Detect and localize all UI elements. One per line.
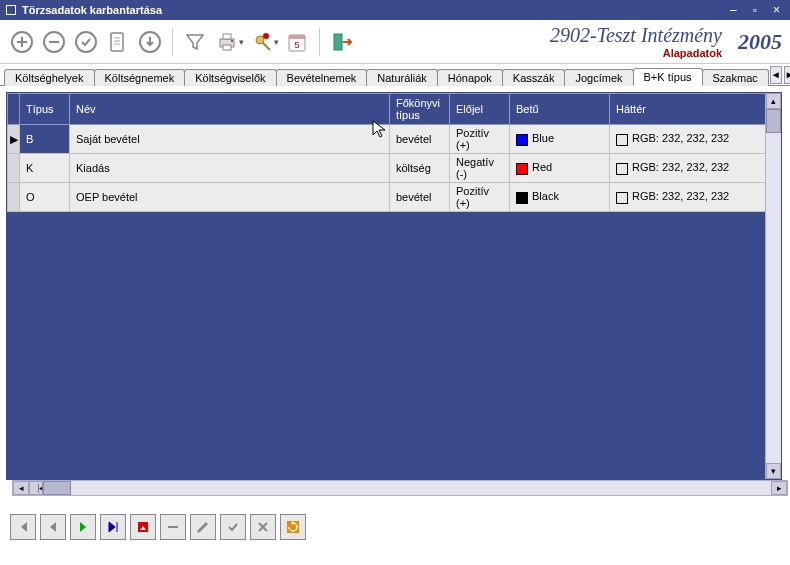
scroll-left-icon[interactable]: ◂ bbox=[13, 481, 29, 495]
scroll-up-icon[interactable]: ▴ bbox=[766, 93, 781, 109]
print-button[interactable] bbox=[213, 28, 241, 56]
col-hatter[interactable]: Háttér bbox=[610, 94, 767, 125]
window-title: Törzsadatok karbantartása bbox=[22, 4, 162, 16]
cell-betu[interactable]: Blue bbox=[510, 125, 610, 154]
nav-next-button[interactable] bbox=[70, 514, 96, 540]
svg-rect-14 bbox=[334, 34, 342, 50]
maximize-button[interactable]: ▫ bbox=[749, 3, 761, 17]
tab-koltsegviselok[interactable]: Költségviselők bbox=[184, 69, 276, 86]
scroll-jump-icon[interactable]: ⎹◂ bbox=[29, 481, 43, 495]
cell-tipus[interactable]: O bbox=[20, 183, 70, 212]
tab-jogcimek[interactable]: Jogcímek bbox=[564, 69, 633, 86]
horizontal-scrollbar[interactable]: ◂ ⎹◂ ▸ bbox=[12, 480, 788, 496]
org-subtitle: Alapadatok bbox=[550, 47, 722, 59]
tab-szakmac[interactable]: Szakmac bbox=[702, 69, 769, 86]
print-dropdown-icon[interactable]: ▾ bbox=[239, 37, 244, 47]
nav-prev-button[interactable] bbox=[40, 514, 66, 540]
color-swatch bbox=[516, 134, 528, 146]
col-nev[interactable]: Név bbox=[70, 94, 390, 125]
nav-cancel-button[interactable] bbox=[250, 514, 276, 540]
filter-button[interactable] bbox=[181, 28, 209, 56]
nav-refresh-button[interactable] bbox=[280, 514, 306, 540]
tab-honapok[interactable]: Hónapok bbox=[437, 69, 503, 86]
col-betu[interactable]: Betű bbox=[510, 94, 610, 125]
cell-nev[interactable]: Kiadás bbox=[70, 154, 390, 183]
color-swatch bbox=[516, 163, 528, 175]
cell-elojel[interactable]: Pozitív (+) bbox=[450, 125, 510, 154]
org-block: 2902-Teszt Intézmény Alapadatok bbox=[550, 24, 722, 59]
svg-rect-7 bbox=[223, 45, 231, 50]
tab-bevetelnemek[interactable]: Bevételnemek bbox=[276, 69, 368, 86]
tab-scroll-right[interactable]: ► bbox=[784, 66, 790, 84]
col-elojel[interactable]: Előjel bbox=[450, 94, 510, 125]
document-button[interactable] bbox=[104, 28, 132, 56]
tab-strip: Költséghelyek Költségnemek Költségviselő… bbox=[0, 64, 790, 86]
nav-edit-button[interactable] bbox=[190, 514, 216, 540]
nav-first-button[interactable] bbox=[10, 514, 36, 540]
svg-point-8 bbox=[231, 40, 233, 42]
org-name: 2902-Teszt Intézmény bbox=[550, 24, 722, 47]
table-row[interactable]: OOEP bevételbevételPozitív (+)BlackRGB: … bbox=[8, 183, 767, 212]
tab-koltsegnemek[interactable]: Költségnemek bbox=[94, 69, 186, 86]
color-swatch bbox=[616, 192, 628, 204]
color-swatch bbox=[616, 163, 628, 175]
nav-last-button[interactable] bbox=[100, 514, 126, 540]
cell-fokonyv[interactable]: bevétel bbox=[390, 125, 450, 154]
close-button[interactable]: × bbox=[769, 3, 784, 17]
cell-tipus[interactable]: B bbox=[20, 125, 70, 154]
cell-tipus[interactable]: K bbox=[20, 154, 70, 183]
confirm-button[interactable] bbox=[72, 28, 100, 56]
cell-betu[interactable]: Black bbox=[510, 183, 610, 212]
scroll-down-icon[interactable]: ▾ bbox=[766, 463, 781, 479]
svg-point-9 bbox=[256, 36, 264, 44]
hscroll-thumb[interactable] bbox=[43, 481, 71, 495]
svg-rect-12 bbox=[289, 35, 305, 39]
scroll-thumb[interactable] bbox=[766, 109, 781, 133]
svg-text:5: 5 bbox=[294, 40, 299, 50]
tab-bk-tipus[interactable]: B+K típus bbox=[633, 68, 703, 86]
tools-button[interactable] bbox=[248, 28, 276, 56]
nav-insert-button[interactable] bbox=[130, 514, 156, 540]
row-indicator bbox=[8, 154, 20, 183]
cell-fokonyv[interactable]: bevétel bbox=[390, 183, 450, 212]
cell-elojel[interactable]: Negatív (-) bbox=[450, 154, 510, 183]
title-bar: Törzsadatok karbantartása – ▫ × bbox=[0, 0, 790, 20]
svg-point-2 bbox=[76, 32, 96, 52]
calendar-button[interactable]: 5 bbox=[283, 28, 311, 56]
nav-delete-button[interactable] bbox=[160, 514, 186, 540]
color-swatch bbox=[516, 192, 528, 204]
year-label: 2005 bbox=[738, 29, 782, 55]
col-tipus[interactable]: Típus bbox=[20, 94, 70, 125]
minimize-button[interactable]: – bbox=[726, 3, 741, 17]
toolbar: ▾ ▾ 5 2902-Teszt Intézmény Alapadatok 20… bbox=[0, 20, 790, 64]
cell-betu[interactable]: Red bbox=[510, 154, 610, 183]
cell-hatter[interactable]: RGB: 232, 232, 232 bbox=[610, 125, 767, 154]
cell-nev[interactable]: Saját bevétel bbox=[70, 125, 390, 154]
color-swatch bbox=[616, 134, 628, 146]
cell-nev[interactable]: OEP bevétel bbox=[70, 183, 390, 212]
row-indicator: ▶ bbox=[8, 125, 20, 154]
svg-rect-16 bbox=[168, 526, 178, 528]
data-grid[interactable]: Típus Név Főkönyvi típus Előjel Betű Hát… bbox=[6, 92, 782, 480]
table-row[interactable]: KKiadásköltségNegatív (-)RedRGB: 232, 23… bbox=[8, 154, 767, 183]
col-fokonyv[interactable]: Főkönyvi típus bbox=[390, 94, 450, 125]
svg-rect-3 bbox=[111, 33, 123, 51]
tab-kasszak[interactable]: Kasszák bbox=[502, 69, 566, 86]
cell-hatter[interactable]: RGB: 232, 232, 232 bbox=[610, 154, 767, 183]
nav-post-button[interactable] bbox=[220, 514, 246, 540]
tools-dropdown-icon[interactable]: ▾ bbox=[274, 37, 279, 47]
download-button[interactable] bbox=[136, 28, 164, 56]
cell-fokonyv[interactable]: költség bbox=[390, 154, 450, 183]
table-row[interactable]: ▶BSaját bevételbevételPozitív (+)BlueRGB… bbox=[8, 125, 767, 154]
exit-button[interactable] bbox=[328, 28, 356, 56]
cell-hatter[interactable]: RGB: 232, 232, 232 bbox=[610, 183, 767, 212]
cell-elojel[interactable]: Pozitív (+) bbox=[450, 183, 510, 212]
tab-koltseghelyek[interactable]: Költséghelyek bbox=[4, 69, 95, 86]
tab-naturaliak[interactable]: Naturáliák bbox=[366, 69, 438, 86]
remove-button[interactable] bbox=[40, 28, 68, 56]
tab-scroll-left[interactable]: ◄ bbox=[770, 66, 782, 84]
vertical-scrollbar[interactable]: ▴ ▾ bbox=[765, 93, 781, 479]
scroll-right-icon[interactable]: ▸ bbox=[771, 481, 787, 495]
svg-rect-6 bbox=[223, 34, 231, 39]
add-button[interactable] bbox=[8, 28, 36, 56]
